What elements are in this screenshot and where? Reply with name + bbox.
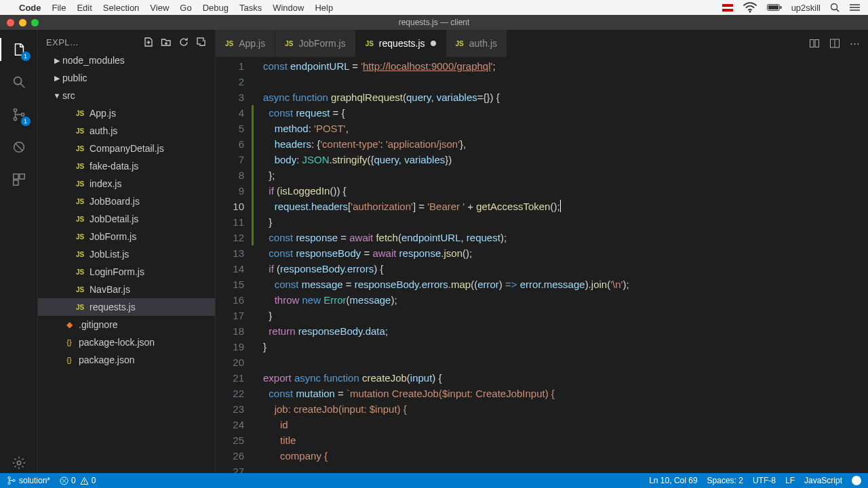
scm-badge: 1: [21, 117, 31, 126]
git-branch[interactable]: solution*: [7, 476, 50, 485]
eol[interactable]: LF: [785, 476, 795, 485]
tree-item-label: node_modules: [62, 55, 125, 66]
tree-item-app-js[interactable]: JSApp.js: [38, 104, 215, 122]
tree-item-loginform-js[interactable]: JSLoginForm.js: [38, 263, 215, 281]
tab-auth-js[interactable]: JSauth.js: [446, 30, 507, 57]
tree-item-label: App.js: [90, 108, 116, 119]
tree-item-label: JobBoard.js: [90, 196, 140, 207]
source-control-icon[interactable]: 1: [9, 104, 29, 125]
maximize-button[interactable]: [31, 19, 39, 26]
tree-item-public[interactable]: ▶public: [38, 69, 215, 87]
dirty-indicator: [431, 41, 436, 46]
control-center-icon[interactable]: [850, 3, 860, 12]
debug-icon[interactable]: [9, 137, 29, 157]
svg-point-25: [8, 476, 10, 479]
window-titlebar: requests.js — client: [0, 15, 868, 30]
svg-rect-2: [780, 6, 781, 9]
tree-item-fake-data-js[interactable]: JSfake-data.js: [38, 157, 215, 175]
file-tree[interactable]: ▶node_modules▶public▼srcJSApp.jsJSauth.j…: [38, 52, 215, 473]
tree-item-label: JobDetail.js: [90, 214, 138, 224]
svg-line-5: [837, 9, 840, 12]
new-folder-icon[interactable]: [161, 37, 172, 47]
tree-item-label: index.js: [90, 178, 121, 189]
battery-icon[interactable]: [767, 3, 782, 12]
menu-file[interactable]: File: [52, 3, 66, 13]
menu-debug[interactable]: Debug: [203, 3, 229, 13]
tree-item-node_modules[interactable]: ▶node_modules: [38, 52, 215, 69]
menu-go[interactable]: Go: [180, 3, 191, 13]
activity-bar: 1 1: [0, 30, 38, 473]
tree-item-companydetail-js[interactable]: JSCompanyDetail.js: [38, 140, 215, 157]
warnings-count[interactable]: 0: [80, 476, 96, 485]
tab-label: requests.js: [379, 38, 425, 49]
status-bar: solution* 0 0 Ln 10, Col 69 Spaces: 2 UT…: [0, 473, 868, 488]
language-mode[interactable]: JavaScript: [804, 476, 842, 485]
svg-point-19: [17, 461, 21, 465]
svg-point-9: [14, 77, 21, 85]
explorer-icon[interactable]: 1: [9, 39, 29, 60]
spotlight-icon[interactable]: [830, 3, 840, 13]
settings-icon[interactable]: [9, 453, 29, 473]
editor-tabs: JSApp.jsJSJobForm.jsJSrequests.jsJSauth.…: [216, 30, 868, 57]
compare-changes-icon[interactable]: [809, 38, 820, 49]
svg-rect-22: [815, 40, 819, 47]
tree-item-jobform-js[interactable]: JSJobForm.js: [38, 228, 215, 245]
tab-requests-js[interactable]: JSrequests.js: [356, 30, 446, 57]
code-body[interactable]: const endpointURL = 'http://localhost:90…: [255, 57, 868, 473]
code-editor[interactable]: 1234567891011121314151617181920212223242…: [216, 57, 868, 473]
menu-view[interactable]: View: [150, 3, 169, 13]
feedback-icon[interactable]: [852, 476, 861, 485]
refresh-icon[interactable]: [178, 37, 189, 47]
tab-app-js[interactable]: JSApp.js: [216, 30, 275, 57]
split-editor-icon[interactable]: [829, 38, 840, 49]
new-file-icon[interactable]: [143, 37, 154, 47]
line-gutter: 1234567891011121314151617181920212223242…: [216, 57, 255, 473]
minimize-button[interactable]: [19, 19, 26, 26]
window-title: requests.js — client: [399, 18, 470, 27]
tab-jobform-js[interactable]: JSJobForm.js: [275, 30, 355, 57]
menu-selection[interactable]: Selection: [103, 3, 139, 13]
tree-item-joblist-js[interactable]: JSJobList.js: [38, 245, 215, 263]
tree-item--gitignore[interactable]: ◆.gitignore: [38, 316, 215, 333]
app-name[interactable]: Code: [19, 3, 41, 13]
tree-item-navbar-js[interactable]: JSNavBar.js: [38, 281, 215, 298]
tree-item-requests-js[interactable]: JSrequests.js: [38, 298, 215, 316]
svg-rect-16: [13, 174, 18, 179]
tab-label: JobForm.js: [298, 38, 345, 49]
menu-edit[interactable]: Edit: [77, 3, 92, 13]
menu-tasks[interactable]: Tasks: [239, 3, 262, 13]
search-icon[interactable]: [9, 72, 29, 92]
tree-item-auth-js[interactable]: JSauth.js: [38, 122, 215, 140]
tab-label: auth.js: [469, 38, 497, 49]
tree-item-label: auth.js: [90, 125, 117, 136]
js-icon: JS: [285, 40, 293, 47]
tree-item-src[interactable]: ▼src: [38, 87, 215, 104]
menu-window[interactable]: Window: [273, 3, 304, 13]
macos-user[interactable]: up2skill: [791, 3, 821, 13]
tree-item-label: CompanyDetail.js: [90, 143, 164, 154]
more-actions-icon[interactable]: ⋯: [850, 37, 860, 49]
flag-icon[interactable]: [722, 4, 733, 12]
tree-item-jobboard-js[interactable]: JSJobBoard.js: [38, 192, 215, 210]
tree-item-package-lock-json[interactable]: {}package-lock.json: [38, 333, 215, 351]
tab-label: App.js: [239, 38, 265, 49]
svg-point-27: [13, 479, 15, 481]
indentation[interactable]: Spaces: 2: [707, 476, 743, 485]
tree-item-label: LoginForm.js: [90, 266, 144, 277]
svg-rect-3: [768, 5, 778, 9]
window-controls: [7, 19, 39, 26]
tree-item-label: NavBar.js: [90, 284, 130, 295]
encoding[interactable]: UTF-8: [753, 476, 776, 485]
tree-item-jobdetail-js[interactable]: JSJobDetail.js: [38, 210, 215, 228]
close-button[interactable]: [7, 19, 14, 26]
collapse-all-icon[interactable]: [196, 37, 207, 47]
svg-point-11: [14, 108, 16, 111]
errors-count[interactable]: 0: [60, 476, 76, 485]
js-icon: JS: [456, 40, 464, 47]
extensions-icon[interactable]: [9, 169, 29, 190]
menu-help[interactable]: Help: [315, 3, 333, 13]
tree-item-package-json[interactable]: {}package.json: [38, 351, 215, 369]
tree-item-index-js[interactable]: JSindex.js: [38, 175, 215, 192]
cursor-position[interactable]: Ln 10, Col 69: [649, 476, 697, 485]
wifi-icon[interactable]: [743, 0, 757, 15]
